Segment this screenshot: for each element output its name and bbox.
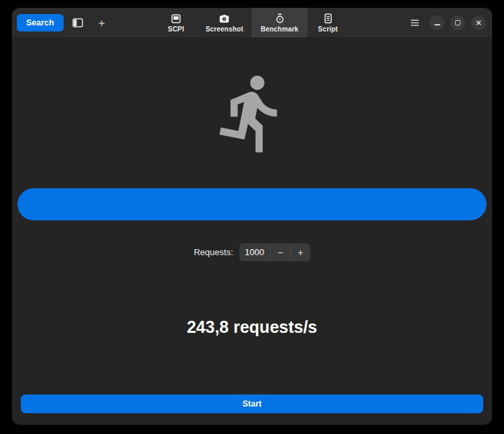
minimize-button[interactable] xyxy=(430,15,444,30)
camera-icon xyxy=(219,13,230,24)
script-icon xyxy=(323,13,332,24)
tab-label: Script xyxy=(318,25,338,33)
header-right-group: ✕ xyxy=(406,13,492,32)
runner-icon xyxy=(209,69,295,157)
tab-label: SCPI xyxy=(168,25,184,33)
close-button[interactable]: ✕ xyxy=(471,15,486,30)
decrement-button[interactable]: − xyxy=(271,243,290,261)
header-left-group: Search + xyxy=(12,13,112,32)
sidebar-toggle-button[interactable] xyxy=(68,13,88,32)
benchmark-page: Requests: − + 243,8 requests/s Start xyxy=(12,38,492,425)
minimize-icon xyxy=(434,24,440,25)
tab-label: Screenshot xyxy=(206,25,243,33)
maximize-icon xyxy=(455,20,460,25)
stopwatch-icon xyxy=(274,13,285,24)
increment-button[interactable]: + xyxy=(291,243,310,261)
requests-spinner: − + xyxy=(239,243,310,261)
app-window: Search + xyxy=(12,8,492,425)
requests-label: Requests: xyxy=(194,247,233,257)
new-tab-icon: + xyxy=(99,17,105,29)
display-icon xyxy=(171,13,182,24)
tab-script[interactable]: Script xyxy=(307,8,349,38)
close-icon: ✕ xyxy=(475,19,481,27)
menu-icon xyxy=(410,19,420,27)
maximize-button[interactable] xyxy=(450,15,465,30)
requests-row: Requests: − + xyxy=(194,243,310,261)
progress-fill xyxy=(17,188,487,220)
start-button[interactable]: Start xyxy=(21,394,483,413)
requests-input[interactable] xyxy=(239,243,270,261)
sidebar-toggle-icon xyxy=(72,18,83,27)
new-tab-button[interactable]: + xyxy=(92,13,112,32)
tab-scpi[interactable]: SCPI xyxy=(155,8,197,38)
tab-label: Benchmark xyxy=(261,25,298,33)
tab-screenshot[interactable]: Screenshot xyxy=(197,8,252,38)
benchmark-progress-bar xyxy=(17,188,487,220)
tab-strip: SCPI Screenshot xyxy=(155,8,349,38)
menu-button[interactable] xyxy=(406,13,424,32)
header-bar: Search + xyxy=(12,8,492,38)
result-text: 243,8 requests/s xyxy=(187,317,318,337)
search-button[interactable]: Search xyxy=(17,14,64,31)
tab-benchmark[interactable]: Benchmark xyxy=(252,8,307,38)
